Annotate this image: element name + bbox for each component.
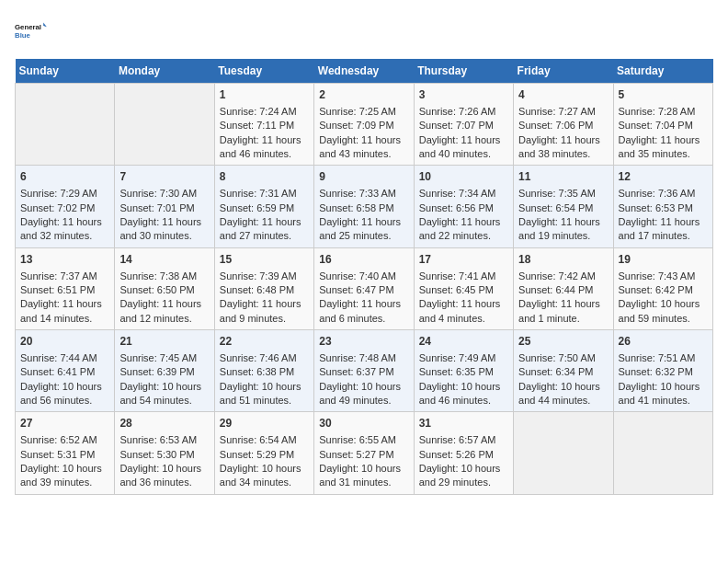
svg-text:Blue: Blue xyxy=(15,31,31,40)
calendar-cell: 29 Sunrise: 6:54 AM Sunset: 5:29 PM Dayl… xyxy=(214,412,313,494)
sunset: Sunset: 5:30 PM xyxy=(119,449,194,460)
sunset: Sunset: 7:06 PM xyxy=(518,120,593,131)
week-row-5: 27 Sunrise: 6:52 AM Sunset: 5:31 PM Dayl… xyxy=(16,412,713,494)
day-number: 19 xyxy=(619,252,708,268)
daylight: Daylight: 10 hours and 29 minutes. xyxy=(419,463,501,488)
day-number: 18 xyxy=(518,252,608,268)
week-row-3: 13 Sunrise: 7:37 AM Sunset: 6:51 PM Dayl… xyxy=(16,247,713,329)
sunset: Sunset: 6:50 PM xyxy=(119,284,194,295)
sunrise: Sunrise: 6:57 AM xyxy=(419,434,496,445)
calendar-cell: 14 Sunrise: 7:38 AM Sunset: 6:50 PM Dayl… xyxy=(115,247,214,329)
day-number: 31 xyxy=(419,416,508,431)
sunrise: Sunrise: 7:46 AM xyxy=(220,352,297,363)
sunrise: Sunrise: 6:53 AM xyxy=(119,434,197,445)
day-number: 22 xyxy=(220,334,309,350)
calendar-cell: 1 Sunrise: 7:24 AM Sunset: 7:11 PM Dayli… xyxy=(214,84,313,166)
calendar-table: SundayMondayTuesdayWednesdayThursdayFrid… xyxy=(15,59,713,495)
header-row: SundayMondayTuesdayWednesdayThursdayFrid… xyxy=(16,59,713,84)
day-number: 3 xyxy=(419,87,508,103)
calendar-cell: 2 Sunrise: 7:25 AM Sunset: 7:09 PM Dayli… xyxy=(314,84,414,166)
sunset: Sunset: 7:01 PM xyxy=(119,202,194,213)
daylight: Daylight: 10 hours and 34 minutes. xyxy=(220,463,301,488)
day-number: 14 xyxy=(119,252,209,268)
daylight: Daylight: 11 hours and 1 minute. xyxy=(518,298,600,323)
sunrise: Sunrise: 7:33 AM xyxy=(319,188,396,199)
sunset: Sunset: 5:27 PM xyxy=(319,449,393,460)
sunset: Sunset: 6:42 PM xyxy=(619,284,693,295)
sunset: Sunset: 6:58 PM xyxy=(319,202,393,213)
week-row-4: 20 Sunrise: 7:44 AM Sunset: 6:41 PM Dayl… xyxy=(16,330,713,412)
calendar-cell: 28 Sunrise: 6:53 AM Sunset: 5:30 PM Dayl… xyxy=(115,412,214,494)
sunrise: Sunrise: 7:28 AM xyxy=(619,106,696,117)
sunrise: Sunrise: 7:29 AM xyxy=(20,188,97,199)
sunset: Sunset: 5:26 PM xyxy=(419,449,494,460)
sunrise: Sunrise: 7:49 AM xyxy=(419,352,496,363)
calendar-cell xyxy=(16,84,115,166)
calendar-cell: 8 Sunrise: 7:31 AM Sunset: 6:59 PM Dayli… xyxy=(214,166,313,247)
daylight: Daylight: 11 hours and 32 minutes. xyxy=(20,216,102,241)
sunset: Sunset: 6:41 PM xyxy=(20,366,95,377)
calendar-cell: 26 Sunrise: 7:51 AM Sunset: 6:32 PM Dayl… xyxy=(613,330,712,412)
sunrise: Sunrise: 7:24 AM xyxy=(220,106,297,117)
sunrise: Sunrise: 6:55 AM xyxy=(319,434,396,445)
calendar-cell: 15 Sunrise: 7:39 AM Sunset: 6:48 PM Dayl… xyxy=(214,247,313,329)
day-number: 1 xyxy=(220,87,309,103)
sunrise: Sunrise: 7:39 AM xyxy=(220,270,297,282)
calendar-cell: 22 Sunrise: 7:46 AM Sunset: 6:38 PM Dayl… xyxy=(214,330,313,412)
sunrise: Sunrise: 7:44 AM xyxy=(20,352,97,363)
sunset: Sunset: 7:02 PM xyxy=(20,202,95,213)
svg-text:General: General xyxy=(15,23,41,31)
daylight: Daylight: 11 hours and 17 minutes. xyxy=(619,216,700,241)
calendar-cell: 24 Sunrise: 7:49 AM Sunset: 6:35 PM Dayl… xyxy=(414,330,513,412)
daylight: Daylight: 10 hours and 51 minutes. xyxy=(220,381,301,406)
week-row-1: 1 Sunrise: 7:24 AM Sunset: 7:11 PM Dayli… xyxy=(16,84,713,166)
day-number: 25 xyxy=(518,334,608,350)
daylight: Daylight: 11 hours and 30 minutes. xyxy=(119,216,201,241)
sunset: Sunset: 6:32 PM xyxy=(619,366,693,377)
sunrise: Sunrise: 7:26 AM xyxy=(419,106,496,117)
sunset: Sunset: 6:48 PM xyxy=(220,284,294,295)
calendar-cell: 31 Sunrise: 6:57 AM Sunset: 5:26 PM Dayl… xyxy=(414,412,513,494)
sunset: Sunset: 7:11 PM xyxy=(220,120,294,131)
calendar-cell: 16 Sunrise: 7:40 AM Sunset: 6:47 PM Dayl… xyxy=(314,247,414,329)
sunrise: Sunrise: 7:42 AM xyxy=(518,270,596,282)
sunset: Sunset: 6:53 PM xyxy=(619,202,693,213)
sunrise: Sunrise: 6:54 AM xyxy=(220,434,297,445)
week-row-2: 6 Sunrise: 7:29 AM Sunset: 7:02 PM Dayli… xyxy=(16,166,713,247)
daylight: Daylight: 11 hours and 27 minutes. xyxy=(220,216,301,241)
sunset: Sunset: 6:44 PM xyxy=(518,284,593,295)
daylight: Daylight: 11 hours and 4 minutes. xyxy=(419,298,501,323)
daylight: Daylight: 10 hours and 54 minutes. xyxy=(119,381,201,406)
calendar-cell: 11 Sunrise: 7:35 AM Sunset: 6:54 PM Dayl… xyxy=(514,166,613,247)
daylight: Daylight: 11 hours and 14 minutes. xyxy=(20,298,102,323)
logo-svg: General Blue xyxy=(15,15,48,48)
daylight: Daylight: 10 hours and 39 minutes. xyxy=(20,463,102,488)
calendar-cell: 27 Sunrise: 6:52 AM Sunset: 5:31 PM Dayl… xyxy=(16,412,115,494)
sunset: Sunset: 5:31 PM xyxy=(20,449,95,460)
day-number: 17 xyxy=(419,252,508,268)
day-header-sunday: Sunday xyxy=(16,59,115,84)
daylight: Daylight: 10 hours and 36 minutes. xyxy=(119,463,201,488)
calendar-cell: 10 Sunrise: 7:34 AM Sunset: 6:56 PM Dayl… xyxy=(414,166,513,247)
daylight: Daylight: 10 hours and 49 minutes. xyxy=(319,381,401,406)
svg-marker-1 xyxy=(43,22,47,27)
daylight: Daylight: 10 hours and 41 minutes. xyxy=(619,381,700,406)
day-number: 20 xyxy=(20,334,109,350)
sunset: Sunset: 6:54 PM xyxy=(518,202,593,213)
day-header-tuesday: Tuesday xyxy=(214,59,313,84)
day-number: 4 xyxy=(518,87,608,103)
sunset: Sunset: 6:56 PM xyxy=(419,202,494,213)
sunrise: Sunrise: 7:40 AM xyxy=(319,270,396,282)
sunrise: Sunrise: 7:37 AM xyxy=(20,270,97,282)
day-header-saturday: Saturday xyxy=(613,59,712,84)
sunset: Sunset: 5:29 PM xyxy=(220,449,294,460)
sunrise: Sunrise: 7:31 AM xyxy=(220,188,297,199)
day-number: 21 xyxy=(119,334,209,350)
sunrise: Sunrise: 6:52 AM xyxy=(20,434,97,445)
sunset: Sunset: 7:09 PM xyxy=(319,120,393,131)
sunset: Sunset: 6:34 PM xyxy=(518,366,593,377)
sunrise: Sunrise: 7:36 AM xyxy=(619,188,696,199)
day-number: 23 xyxy=(319,334,408,350)
calendar-cell: 19 Sunrise: 7:43 AM Sunset: 6:42 PM Dayl… xyxy=(613,247,712,329)
sunrise: Sunrise: 7:35 AM xyxy=(518,188,596,199)
